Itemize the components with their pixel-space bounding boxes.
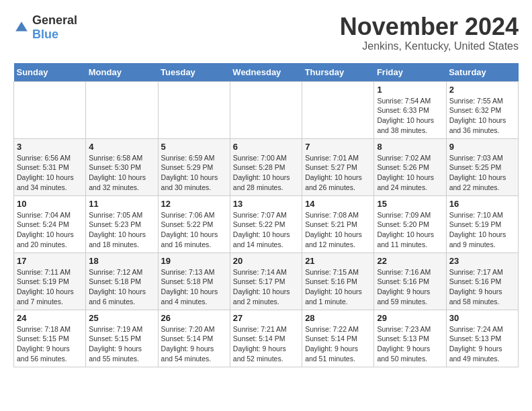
day-number: 12 <box>161 199 227 209</box>
day-info: Sunrise: 7:00 AM Sunset: 5:28 PM Dayligh… <box>233 153 299 193</box>
logo-blue: Blue <box>32 28 58 41</box>
week-row-5: 24Sunrise: 7:18 AM Sunset: 5:15 PM Dayli… <box>14 310 519 367</box>
day-info: Sunrise: 7:17 AM Sunset: 5:16 PM Dayligh… <box>449 267 515 307</box>
day-info: Sunrise: 7:55 AM Sunset: 6:32 PM Dayligh… <box>449 96 515 136</box>
logo-icon <box>13 19 30 36</box>
day-info: Sunrise: 7:03 AM Sunset: 5:25 PM Dayligh… <box>449 153 515 193</box>
calendar-cell: 14Sunrise: 7:08 AM Sunset: 5:21 PM Dayli… <box>302 195 374 253</box>
calendar-cell: 20Sunrise: 7:14 AM Sunset: 5:17 PM Dayli… <box>230 253 302 310</box>
day-info: Sunrise: 7:13 AM Sunset: 5:18 PM Dayligh… <box>161 267 227 307</box>
day-info: Sunrise: 7:21 AM Sunset: 5:14 PM Dayligh… <box>233 324 299 364</box>
calendar-cell: 2Sunrise: 7:55 AM Sunset: 6:32 PM Daylig… <box>446 81 518 138</box>
calendar-cell: 25Sunrise: 7:19 AM Sunset: 5:15 PM Dayli… <box>86 310 158 367</box>
calendar-cell: 3Sunrise: 6:56 AM Sunset: 5:31 PM Daylig… <box>14 138 86 195</box>
day-number: 5 <box>161 142 227 152</box>
calendar-cell: 1Sunrise: 7:54 AM Sunset: 6:33 PM Daylig… <box>374 81 446 138</box>
day-info: Sunrise: 7:23 AM Sunset: 5:13 PM Dayligh… <box>377 324 443 364</box>
calendar-body: 1Sunrise: 7:54 AM Sunset: 6:33 PM Daylig… <box>14 81 519 367</box>
day-info: Sunrise: 7:54 AM Sunset: 6:33 PM Dayligh… <box>377 96 443 136</box>
day-number: 13 <box>233 199 299 209</box>
calendar-cell <box>230 81 302 138</box>
header: General Blue November 2024 Jenkins, Kent… <box>13 13 519 52</box>
header-day-wednesday: Wednesday <box>230 63 302 82</box>
day-number: 27 <box>233 313 299 323</box>
day-info: Sunrise: 7:24 AM Sunset: 5:13 PM Dayligh… <box>449 324 515 364</box>
calendar-cell <box>86 81 158 138</box>
calendar-cell: 26Sunrise: 7:20 AM Sunset: 5:14 PM Dayli… <box>158 310 230 367</box>
day-number: 8 <box>377 142 443 152</box>
day-number: 10 <box>17 199 83 209</box>
calendar-cell: 6Sunrise: 7:00 AM Sunset: 5:28 PM Daylig… <box>230 138 302 195</box>
day-number: 19 <box>161 256 227 266</box>
calendar-title: November 2024 <box>340 13 519 40</box>
calendar-cell <box>302 81 374 138</box>
day-info: Sunrise: 7:20 AM Sunset: 5:14 PM Dayligh… <box>161 324 227 364</box>
day-info: Sunrise: 7:05 AM Sunset: 5:23 PM Dayligh… <box>89 210 154 250</box>
day-number: 15 <box>377 199 443 209</box>
logo-general: General <box>32 13 77 27</box>
calendar-cell: 23Sunrise: 7:17 AM Sunset: 5:16 PM Dayli… <box>446 253 518 310</box>
day-info: Sunrise: 7:15 AM Sunset: 5:16 PM Dayligh… <box>305 267 371 307</box>
day-number: 25 <box>89 313 154 323</box>
day-info: Sunrise: 7:19 AM Sunset: 5:15 PM Dayligh… <box>89 324 154 364</box>
calendar-cell: 17Sunrise: 7:11 AM Sunset: 5:19 PM Dayli… <box>14 253 86 310</box>
calendar-subtitle: Jenkins, Kentucky, United States <box>340 40 519 52</box>
calendar-cell <box>14 81 86 138</box>
header-day-tuesday: Tuesday <box>158 63 230 82</box>
day-info: Sunrise: 7:18 AM Sunset: 5:15 PM Dayligh… <box>17 324 83 364</box>
header-row: SundayMondayTuesdayWednesdayThursdayFrid… <box>14 63 519 82</box>
day-info: Sunrise: 7:10 AM Sunset: 5:19 PM Dayligh… <box>449 210 515 250</box>
day-info: Sunrise: 7:06 AM Sunset: 5:22 PM Dayligh… <box>161 210 227 250</box>
week-row-2: 3Sunrise: 6:56 AM Sunset: 5:31 PM Daylig… <box>14 138 519 195</box>
day-number: 6 <box>233 142 299 152</box>
calendar-cell: 22Sunrise: 7:16 AM Sunset: 5:16 PM Dayli… <box>374 253 446 310</box>
header-day-sunday: Sunday <box>14 63 86 82</box>
day-info: Sunrise: 7:02 AM Sunset: 5:26 PM Dayligh… <box>377 153 443 193</box>
day-number: 9 <box>449 142 515 152</box>
calendar-cell: 24Sunrise: 7:18 AM Sunset: 5:15 PM Dayli… <box>14 310 86 367</box>
calendar-cell: 7Sunrise: 7:01 AM Sunset: 5:27 PM Daylig… <box>302 138 374 195</box>
day-number: 3 <box>17 142 83 152</box>
day-info: Sunrise: 7:22 AM Sunset: 5:14 PM Dayligh… <box>305 324 371 364</box>
day-number: 17 <box>17 256 83 266</box>
day-number: 14 <box>305 199 371 209</box>
day-number: 29 <box>377 313 443 323</box>
day-info: Sunrise: 6:58 AM Sunset: 5:30 PM Dayligh… <box>89 153 154 193</box>
day-number: 2 <box>449 85 515 95</box>
day-info: Sunrise: 7:04 AM Sunset: 5:24 PM Dayligh… <box>17 210 83 250</box>
calendar-cell: 28Sunrise: 7:22 AM Sunset: 5:14 PM Dayli… <box>302 310 374 367</box>
day-info: Sunrise: 7:14 AM Sunset: 5:17 PM Dayligh… <box>233 267 299 307</box>
calendar-cell: 5Sunrise: 6:59 AM Sunset: 5:29 PM Daylig… <box>158 138 230 195</box>
day-number: 18 <box>89 256 154 266</box>
calendar-cell: 30Sunrise: 7:24 AM Sunset: 5:13 PM Dayli… <box>446 310 518 367</box>
calendar-cell: 29Sunrise: 7:23 AM Sunset: 5:13 PM Dayli… <box>374 310 446 367</box>
logo: General Blue <box>13 13 77 42</box>
header-day-monday: Monday <box>86 63 158 82</box>
day-info: Sunrise: 7:12 AM Sunset: 5:18 PM Dayligh… <box>89 267 154 307</box>
calendar-table: SundayMondayTuesdayWednesdayThursdayFrid… <box>13 63 519 367</box>
calendar-cell: 10Sunrise: 7:04 AM Sunset: 5:24 PM Dayli… <box>14 195 86 253</box>
day-info: Sunrise: 7:07 AM Sunset: 5:22 PM Dayligh… <box>233 210 299 250</box>
week-row-3: 10Sunrise: 7:04 AM Sunset: 5:24 PM Dayli… <box>14 195 519 253</box>
day-info: Sunrise: 7:09 AM Sunset: 5:20 PM Dayligh… <box>377 210 443 250</box>
day-number: 21 <box>305 256 371 266</box>
week-row-4: 17Sunrise: 7:11 AM Sunset: 5:19 PM Dayli… <box>14 253 519 310</box>
calendar-cell: 12Sunrise: 7:06 AM Sunset: 5:22 PM Dayli… <box>158 195 230 253</box>
day-number: 24 <box>17 313 83 323</box>
day-number: 20 <box>233 256 299 266</box>
day-info: Sunrise: 7:11 AM Sunset: 5:19 PM Dayligh… <box>17 267 83 307</box>
calendar-cell: 19Sunrise: 7:13 AM Sunset: 5:18 PM Dayli… <box>158 253 230 310</box>
day-number: 7 <box>305 142 371 152</box>
calendar-cell: 13Sunrise: 7:07 AM Sunset: 5:22 PM Dayli… <box>230 195 302 253</box>
calendar-cell: 11Sunrise: 7:05 AM Sunset: 5:23 PM Dayli… <box>86 195 158 253</box>
header-day-saturday: Saturday <box>446 63 518 82</box>
calendar-cell <box>158 81 230 138</box>
calendar-cell: 16Sunrise: 7:10 AM Sunset: 5:19 PM Dayli… <box>446 195 518 253</box>
day-info: Sunrise: 7:01 AM Sunset: 5:27 PM Dayligh… <box>305 153 371 193</box>
header-day-friday: Friday <box>374 63 446 82</box>
day-number: 11 <box>89 199 154 209</box>
calendar-cell: 27Sunrise: 7:21 AM Sunset: 5:14 PM Dayli… <box>230 310 302 367</box>
day-number: 4 <box>89 142 154 152</box>
day-number: 1 <box>377 85 443 95</box>
calendar-cell: 21Sunrise: 7:15 AM Sunset: 5:16 PM Dayli… <box>302 253 374 310</box>
